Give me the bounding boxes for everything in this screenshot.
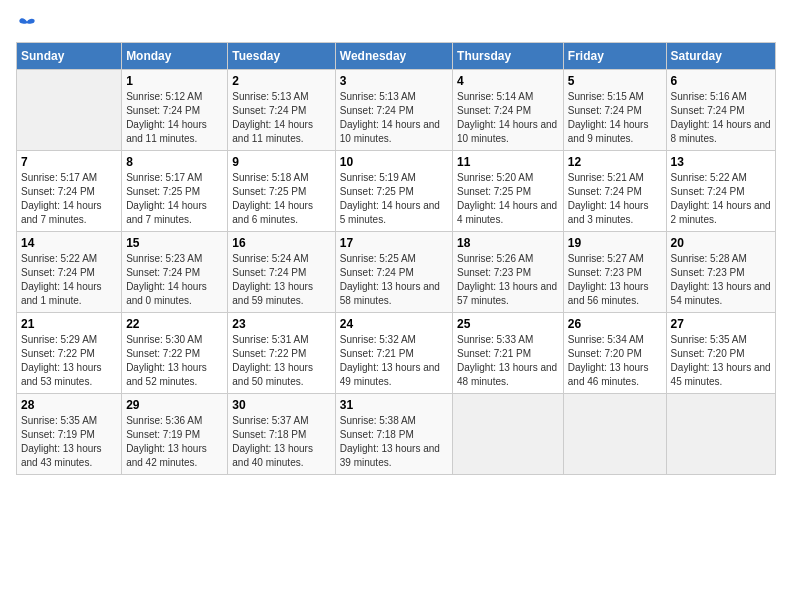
calendar-week-row: 21 Sunrise: 5:29 AMSunset: 7:22 PMDaylig… — [17, 313, 776, 394]
calendar-cell: 3 Sunrise: 5:13 AMSunset: 7:24 PMDayligh… — [335, 70, 452, 151]
day-number: 3 — [340, 74, 448, 88]
day-number: 18 — [457, 236, 559, 250]
day-number: 7 — [21, 155, 117, 169]
calendar-header-row: SundayMondayTuesdayWednesdayThursdayFrid… — [17, 43, 776, 70]
calendar-cell: 17 Sunrise: 5:25 AMSunset: 7:24 PMDaylig… — [335, 232, 452, 313]
day-info: Sunrise: 5:17 AMSunset: 7:24 PMDaylight:… — [21, 172, 102, 225]
day-info: Sunrise: 5:13 AMSunset: 7:24 PMDaylight:… — [340, 91, 440, 144]
calendar-cell: 31 Sunrise: 5:38 AMSunset: 7:18 PMDaylig… — [335, 394, 452, 475]
day-number: 13 — [671, 155, 771, 169]
calendar-cell: 11 Sunrise: 5:20 AMSunset: 7:25 PMDaylig… — [453, 151, 564, 232]
calendar-cell: 10 Sunrise: 5:19 AMSunset: 7:25 PMDaylig… — [335, 151, 452, 232]
day-info: Sunrise: 5:25 AMSunset: 7:24 PMDaylight:… — [340, 253, 440, 306]
calendar-cell: 19 Sunrise: 5:27 AMSunset: 7:23 PMDaylig… — [563, 232, 666, 313]
day-number: 23 — [232, 317, 330, 331]
day-info: Sunrise: 5:21 AMSunset: 7:24 PMDaylight:… — [568, 172, 649, 225]
day-info: Sunrise: 5:33 AMSunset: 7:21 PMDaylight:… — [457, 334, 557, 387]
calendar-cell — [666, 394, 775, 475]
day-info: Sunrise: 5:12 AMSunset: 7:24 PMDaylight:… — [126, 91, 207, 144]
calendar-cell: 1 Sunrise: 5:12 AMSunset: 7:24 PMDayligh… — [122, 70, 228, 151]
calendar-cell: 14 Sunrise: 5:22 AMSunset: 7:24 PMDaylig… — [17, 232, 122, 313]
calendar-cell: 27 Sunrise: 5:35 AMSunset: 7:20 PMDaylig… — [666, 313, 775, 394]
day-info: Sunrise: 5:13 AMSunset: 7:24 PMDaylight:… — [232, 91, 313, 144]
day-number: 14 — [21, 236, 117, 250]
day-number: 19 — [568, 236, 662, 250]
calendar-table: SundayMondayTuesdayWednesdayThursdayFrid… — [16, 42, 776, 475]
calendar-cell: 28 Sunrise: 5:35 AMSunset: 7:19 PMDaylig… — [17, 394, 122, 475]
calendar-cell: 16 Sunrise: 5:24 AMSunset: 7:24 PMDaylig… — [228, 232, 335, 313]
day-info: Sunrise: 5:36 AMSunset: 7:19 PMDaylight:… — [126, 415, 207, 468]
day-info: Sunrise: 5:29 AMSunset: 7:22 PMDaylight:… — [21, 334, 102, 387]
calendar-cell: 30 Sunrise: 5:37 AMSunset: 7:18 PMDaylig… — [228, 394, 335, 475]
calendar-cell — [563, 394, 666, 475]
day-info: Sunrise: 5:32 AMSunset: 7:21 PMDaylight:… — [340, 334, 440, 387]
day-info: Sunrise: 5:15 AMSunset: 7:24 PMDaylight:… — [568, 91, 649, 144]
day-number: 31 — [340, 398, 448, 412]
calendar-cell: 26 Sunrise: 5:34 AMSunset: 7:20 PMDaylig… — [563, 313, 666, 394]
calendar-cell: 4 Sunrise: 5:14 AMSunset: 7:24 PMDayligh… — [453, 70, 564, 151]
calendar-cell: 7 Sunrise: 5:17 AMSunset: 7:24 PMDayligh… — [17, 151, 122, 232]
day-number: 1 — [126, 74, 223, 88]
calendar-cell: 20 Sunrise: 5:28 AMSunset: 7:23 PMDaylig… — [666, 232, 775, 313]
day-number: 28 — [21, 398, 117, 412]
calendar-cell: 13 Sunrise: 5:22 AMSunset: 7:24 PMDaylig… — [666, 151, 775, 232]
calendar-cell: 23 Sunrise: 5:31 AMSunset: 7:22 PMDaylig… — [228, 313, 335, 394]
day-number: 29 — [126, 398, 223, 412]
day-info: Sunrise: 5:28 AMSunset: 7:23 PMDaylight:… — [671, 253, 771, 306]
calendar-cell — [17, 70, 122, 151]
calendar-cell: 22 Sunrise: 5:30 AMSunset: 7:22 PMDaylig… — [122, 313, 228, 394]
day-number: 20 — [671, 236, 771, 250]
calendar-header-saturday: Saturday — [666, 43, 775, 70]
calendar-cell: 5 Sunrise: 5:15 AMSunset: 7:24 PMDayligh… — [563, 70, 666, 151]
day-number: 11 — [457, 155, 559, 169]
calendar-week-row: 14 Sunrise: 5:22 AMSunset: 7:24 PMDaylig… — [17, 232, 776, 313]
day-number: 17 — [340, 236, 448, 250]
day-info: Sunrise: 5:30 AMSunset: 7:22 PMDaylight:… — [126, 334, 207, 387]
day-info: Sunrise: 5:27 AMSunset: 7:23 PMDaylight:… — [568, 253, 649, 306]
day-info: Sunrise: 5:26 AMSunset: 7:23 PMDaylight:… — [457, 253, 557, 306]
day-info: Sunrise: 5:23 AMSunset: 7:24 PMDaylight:… — [126, 253, 207, 306]
calendar-cell: 12 Sunrise: 5:21 AMSunset: 7:24 PMDaylig… — [563, 151, 666, 232]
day-info: Sunrise: 5:35 AMSunset: 7:20 PMDaylight:… — [671, 334, 771, 387]
day-number: 30 — [232, 398, 330, 412]
day-number: 24 — [340, 317, 448, 331]
day-info: Sunrise: 5:18 AMSunset: 7:25 PMDaylight:… — [232, 172, 313, 225]
day-number: 9 — [232, 155, 330, 169]
calendar-cell: 2 Sunrise: 5:13 AMSunset: 7:24 PMDayligh… — [228, 70, 335, 151]
day-number: 6 — [671, 74, 771, 88]
calendar-cell: 8 Sunrise: 5:17 AMSunset: 7:25 PMDayligh… — [122, 151, 228, 232]
calendar-header-wednesday: Wednesday — [335, 43, 452, 70]
day-info: Sunrise: 5:14 AMSunset: 7:24 PMDaylight:… — [457, 91, 557, 144]
logo — [16, 16, 36, 34]
calendar-cell — [453, 394, 564, 475]
day-number: 5 — [568, 74, 662, 88]
calendar-header-friday: Friday — [563, 43, 666, 70]
day-info: Sunrise: 5:38 AMSunset: 7:18 PMDaylight:… — [340, 415, 440, 468]
calendar-header-monday: Monday — [122, 43, 228, 70]
day-info: Sunrise: 5:35 AMSunset: 7:19 PMDaylight:… — [21, 415, 102, 468]
calendar-cell: 6 Sunrise: 5:16 AMSunset: 7:24 PMDayligh… — [666, 70, 775, 151]
calendar-cell: 24 Sunrise: 5:32 AMSunset: 7:21 PMDaylig… — [335, 313, 452, 394]
day-number: 27 — [671, 317, 771, 331]
calendar-cell: 25 Sunrise: 5:33 AMSunset: 7:21 PMDaylig… — [453, 313, 564, 394]
calendar-cell: 18 Sunrise: 5:26 AMSunset: 7:23 PMDaylig… — [453, 232, 564, 313]
day-info: Sunrise: 5:22 AMSunset: 7:24 PMDaylight:… — [21, 253, 102, 306]
day-number: 25 — [457, 317, 559, 331]
day-info: Sunrise: 5:34 AMSunset: 7:20 PMDaylight:… — [568, 334, 649, 387]
calendar-cell: 15 Sunrise: 5:23 AMSunset: 7:24 PMDaylig… — [122, 232, 228, 313]
calendar-week-row: 7 Sunrise: 5:17 AMSunset: 7:24 PMDayligh… — [17, 151, 776, 232]
day-info: Sunrise: 5:19 AMSunset: 7:25 PMDaylight:… — [340, 172, 440, 225]
day-info: Sunrise: 5:17 AMSunset: 7:25 PMDaylight:… — [126, 172, 207, 225]
calendar-cell: 9 Sunrise: 5:18 AMSunset: 7:25 PMDayligh… — [228, 151, 335, 232]
day-number: 4 — [457, 74, 559, 88]
day-info: Sunrise: 5:22 AMSunset: 7:24 PMDaylight:… — [671, 172, 771, 225]
page-header — [16, 16, 776, 34]
day-number: 15 — [126, 236, 223, 250]
calendar-body: 1 Sunrise: 5:12 AMSunset: 7:24 PMDayligh… — [17, 70, 776, 475]
day-info: Sunrise: 5:16 AMSunset: 7:24 PMDaylight:… — [671, 91, 771, 144]
calendar-cell: 21 Sunrise: 5:29 AMSunset: 7:22 PMDaylig… — [17, 313, 122, 394]
calendar-header-sunday: Sunday — [17, 43, 122, 70]
calendar-header-thursday: Thursday — [453, 43, 564, 70]
calendar-cell: 29 Sunrise: 5:36 AMSunset: 7:19 PMDaylig… — [122, 394, 228, 475]
day-info: Sunrise: 5:20 AMSunset: 7:25 PMDaylight:… — [457, 172, 557, 225]
